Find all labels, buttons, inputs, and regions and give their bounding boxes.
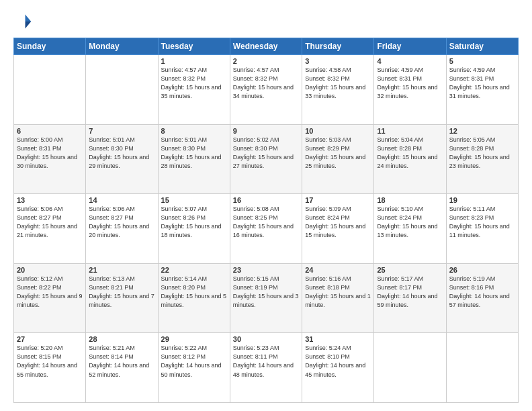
day-content: Sunrise: 5:11 AM Sunset: 8:23 PM Dayligh… [449,205,515,240]
day-number: 10 [305,127,371,135]
calendar-cell [374,333,446,403]
day-content: Sunrise: 5:02 AM Sunset: 8:30 PM Dayligh… [233,136,299,171]
day-header-friday: Friday [374,38,446,55]
calendar-week-1: 1Sunrise: 4:57 AM Sunset: 8:32 PM Daylig… [14,55,519,125]
day-number: 6 [17,127,83,135]
calendar-week-2: 6Sunrise: 5:00 AM Sunset: 8:31 PM Daylig… [14,124,519,194]
day-content: Sunrise: 5:01 AM Sunset: 8:30 PM Dayligh… [89,136,154,171]
calendar-cell: 1Sunrise: 4:57 AM Sunset: 8:32 PM Daylig… [158,55,230,125]
day-content: Sunrise: 5:15 AM Sunset: 8:19 PM Dayligh… [233,275,299,310]
day-content: Sunrise: 5:21 AM Sunset: 8:14 PM Dayligh… [89,344,154,379]
day-header-monday: Monday [86,38,158,55]
calendar-week-4: 20Sunrise: 5:12 AM Sunset: 8:22 PM Dayli… [14,263,519,333]
calendar-cell: 31Sunrise: 5:24 AM Sunset: 8:10 PM Dayli… [302,333,374,403]
day-header-saturday: Saturday [446,38,518,55]
day-header-wednesday: Wednesday [230,38,302,55]
day-content: Sunrise: 5:20 AM Sunset: 8:15 PM Dayligh… [17,344,83,379]
day-number: 4 [377,57,443,65]
calendar-cell: 8Sunrise: 5:01 AM Sunset: 8:30 PM Daylig… [158,124,230,194]
calendar-cell: 27Sunrise: 5:20 AM Sunset: 8:15 PM Dayli… [14,333,86,403]
day-content: Sunrise: 5:01 AM Sunset: 8:30 PM Dayligh… [161,136,227,171]
calendar-cell [14,55,86,125]
day-content: Sunrise: 5:23 AM Sunset: 8:11 PM Dayligh… [233,344,299,379]
calendar-cell: 4Sunrise: 4:59 AM Sunset: 8:31 PM Daylig… [374,55,446,125]
calendar-cell: 20Sunrise: 5:12 AM Sunset: 8:22 PM Dayli… [14,263,86,333]
day-content: Sunrise: 4:59 AM Sunset: 8:31 PM Dayligh… [449,66,515,101]
page: SundayMondayTuesdayWednesdayThursdayFrid… [0,0,532,411]
calendar-cell: 9Sunrise: 5:02 AM Sunset: 8:30 PM Daylig… [230,124,302,194]
day-content: Sunrise: 5:00 AM Sunset: 8:31 PM Dayligh… [17,136,83,171]
calendar-cell: 24Sunrise: 5:16 AM Sunset: 8:18 PM Dayli… [302,263,374,333]
calendar-cell: 13Sunrise: 5:06 AM Sunset: 8:27 PM Dayli… [14,194,86,264]
day-number: 24 [305,266,371,274]
calendar-cell: 28Sunrise: 5:21 AM Sunset: 8:14 PM Dayli… [86,333,158,403]
day-header-tuesday: Tuesday [158,38,230,55]
calendar-cell: 6Sunrise: 5:00 AM Sunset: 8:31 PM Daylig… [14,124,86,194]
calendar-header-row: SundayMondayTuesdayWednesdayThursdayFrid… [14,38,519,55]
day-number: 31 [305,335,371,343]
day-number: 12 [449,127,515,135]
day-content: Sunrise: 5:16 AM Sunset: 8:18 PM Dayligh… [305,275,371,310]
day-content: Sunrise: 5:04 AM Sunset: 8:28 PM Dayligh… [377,136,443,171]
day-header-thursday: Thursday [302,38,374,55]
calendar-cell: 10Sunrise: 5:03 AM Sunset: 8:29 PM Dayli… [302,124,374,194]
day-number: 9 [233,127,299,135]
calendar-cell: 14Sunrise: 5:06 AM Sunset: 8:27 PM Dayli… [86,194,158,264]
svg-marker-0 [26,15,32,22]
day-number: 5 [449,57,515,65]
day-number: 2 [233,57,299,65]
day-content: Sunrise: 5:24 AM Sunset: 8:10 PM Dayligh… [305,344,371,379]
day-content: Sunrise: 5:05 AM Sunset: 8:28 PM Dayligh… [449,136,515,171]
header [13,12,519,31]
day-content: Sunrise: 4:58 AM Sunset: 8:32 PM Dayligh… [305,66,371,101]
day-number: 26 [449,266,515,274]
day-number: 13 [17,196,83,204]
day-content: Sunrise: 4:59 AM Sunset: 8:31 PM Dayligh… [377,66,443,101]
day-number: 22 [161,266,227,274]
calendar-cell: 30Sunrise: 5:23 AM Sunset: 8:11 PM Dayli… [230,333,302,403]
day-content: Sunrise: 5:03 AM Sunset: 8:29 PM Dayligh… [305,136,371,171]
calendar-cell: 12Sunrise: 5:05 AM Sunset: 8:28 PM Dayli… [446,124,518,194]
day-number: 27 [17,335,83,343]
day-content: Sunrise: 5:17 AM Sunset: 8:17 PM Dayligh… [377,275,443,310]
day-number: 19 [449,196,515,204]
day-number: 16 [233,196,299,204]
day-content: Sunrise: 5:14 AM Sunset: 8:20 PM Dayligh… [161,275,227,310]
calendar-week-5: 27Sunrise: 5:20 AM Sunset: 8:15 PM Dayli… [14,333,519,403]
day-content: Sunrise: 4:57 AM Sunset: 8:32 PM Dayligh… [233,66,299,101]
day-number: 1 [161,57,227,65]
day-number: 20 [17,266,83,274]
day-content: Sunrise: 5:19 AM Sunset: 8:16 PM Dayligh… [449,275,515,310]
calendar-cell: 16Sunrise: 5:08 AM Sunset: 8:25 PM Dayli… [230,194,302,264]
calendar-cell: 18Sunrise: 5:10 AM Sunset: 8:24 PM Dayli… [374,194,446,264]
logo [13,12,35,31]
day-content: Sunrise: 5:12 AM Sunset: 8:22 PM Dayligh… [17,275,83,310]
day-number: 3 [305,57,371,65]
calendar-cell: 7Sunrise: 5:01 AM Sunset: 8:30 PM Daylig… [86,124,158,194]
day-number: 17 [305,196,371,204]
calendar-cell: 26Sunrise: 5:19 AM Sunset: 8:16 PM Dayli… [446,263,518,333]
day-content: Sunrise: 5:06 AM Sunset: 8:27 PM Dayligh… [89,205,154,240]
day-content: Sunrise: 5:09 AM Sunset: 8:24 PM Dayligh… [305,205,371,240]
calendar-cell: 17Sunrise: 5:09 AM Sunset: 8:24 PM Dayli… [302,194,374,264]
calendar-cell: 25Sunrise: 5:17 AM Sunset: 8:17 PM Dayli… [374,263,446,333]
calendar-table: SundayMondayTuesdayWednesdayThursdayFrid… [13,38,519,403]
logo-icon [13,12,32,31]
day-number: 23 [233,266,299,274]
day-content: Sunrise: 5:08 AM Sunset: 8:25 PM Dayligh… [233,205,299,240]
day-number: 14 [89,196,154,204]
day-number: 18 [377,196,443,204]
day-content: Sunrise: 5:06 AM Sunset: 8:27 PM Dayligh… [17,205,83,240]
day-content: Sunrise: 4:57 AM Sunset: 8:32 PM Dayligh… [161,66,227,101]
calendar-cell: 11Sunrise: 5:04 AM Sunset: 8:28 PM Dayli… [374,124,446,194]
day-number: 25 [377,266,443,274]
day-number: 21 [89,266,154,274]
day-content: Sunrise: 5:13 AM Sunset: 8:21 PM Dayligh… [89,275,154,310]
day-number: 7 [89,127,154,135]
day-number: 11 [377,127,443,135]
day-number: 30 [233,335,299,343]
calendar-cell: 2Sunrise: 4:57 AM Sunset: 8:32 PM Daylig… [230,55,302,125]
calendar-cell: 19Sunrise: 5:11 AM Sunset: 8:23 PM Dayli… [446,194,518,264]
day-number: 8 [161,127,227,135]
calendar-week-3: 13Sunrise: 5:06 AM Sunset: 8:27 PM Dayli… [14,194,519,264]
